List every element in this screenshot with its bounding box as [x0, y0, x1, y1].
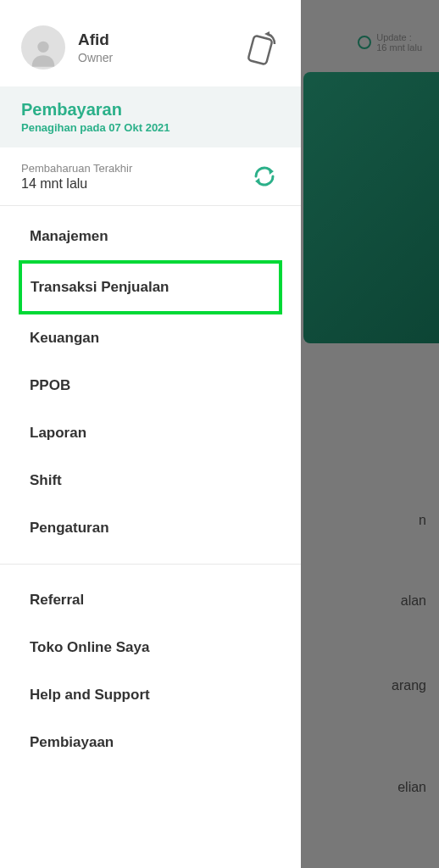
payment-subtitle: Penagihan pada 07 Okt 2021 [21, 121, 280, 134]
menu-item-pengaturan[interactable]: Pengaturan [0, 504, 301, 552]
rotate-device-icon[interactable] [239, 27, 280, 68]
menu-item-toko-online[interactable]: Toko Online Saya [0, 624, 301, 671]
menu-item-shift[interactable]: Shift [0, 457, 301, 504]
menu-item-keuangan[interactable]: Keuangan [0, 314, 301, 362]
svg-marker-2 [264, 31, 270, 36]
menu-item-manajemen[interactable]: Manajemen [0, 213, 301, 260]
profile-role: Owner [78, 51, 226, 64]
menu-item-pembiayaan[interactable]: Pembiayaan [0, 719, 301, 766]
avatar [21, 25, 65, 70]
refresh-icon[interactable] [249, 161, 280, 192]
payment-title: Pembayaran [21, 100, 280, 120]
person-icon [26, 36, 60, 70]
update-label: Pembaharuan Terakhir [21, 162, 249, 175]
payment-section[interactable]: Pembayaran Penagihan pada 07 Okt 2021 [0, 86, 301, 147]
svg-rect-1 [247, 36, 272, 65]
update-info: Pembaharuan Terakhir 14 mnt lalu [21, 162, 249, 192]
menu-group-1: Manajemen Transaksi Penjualan Keuangan P… [0, 206, 301, 559]
menu-item-laporan[interactable]: Laporan [0, 409, 301, 457]
profile-section[interactable]: Afid Owner [0, 0, 301, 86]
profile-name: Afid [78, 31, 226, 49]
menu-item-help-support[interactable]: Help and Support [0, 671, 301, 719]
menu-item-ppob[interactable]: PPOB [0, 362, 301, 409]
menu-group-2: Referral Toko Online Saya Help and Suppo… [0, 570, 301, 773]
menu-divider [0, 564, 301, 565]
profile-info: Afid Owner [78, 31, 226, 64]
menu-item-referral[interactable]: Referral [0, 576, 301, 624]
navigation-drawer: Afid Owner Pembayaran Penagihan pada 07 … [0, 0, 301, 868]
update-section: Pembaharuan Terakhir 14 mnt lalu [0, 147, 301, 206]
menu-item-transaksi-penjualan[interactable]: Transaksi Penjualan [19, 260, 282, 314]
update-time: 14 mnt lalu [21, 176, 249, 192]
svg-point-0 [37, 42, 48, 53]
